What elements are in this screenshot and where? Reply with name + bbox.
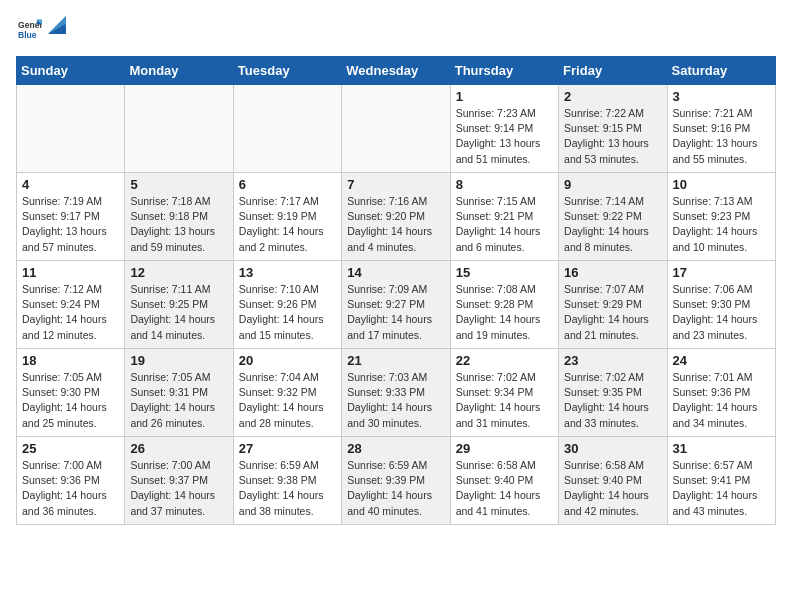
calendar-cell: 25Sunrise: 7:00 AM Sunset: 9:36 PM Dayli… [17, 437, 125, 525]
day-number: 4 [22, 177, 119, 192]
day-number: 31 [673, 441, 770, 456]
day-info: Sunrise: 7:09 AM Sunset: 9:27 PM Dayligh… [347, 282, 444, 343]
calendar-week-row: 1Sunrise: 7:23 AM Sunset: 9:14 PM Daylig… [17, 85, 776, 173]
day-number: 5 [130, 177, 227, 192]
calendar-cell: 17Sunrise: 7:06 AM Sunset: 9:30 PM Dayli… [667, 261, 775, 349]
calendar-week-row: 18Sunrise: 7:05 AM Sunset: 9:30 PM Dayli… [17, 349, 776, 437]
day-info: Sunrise: 7:02 AM Sunset: 9:34 PM Dayligh… [456, 370, 553, 431]
day-info: Sunrise: 7:05 AM Sunset: 9:30 PM Dayligh… [22, 370, 119, 431]
logo-triangle-icon [48, 16, 66, 34]
calendar-cell [233, 85, 341, 173]
day-info: Sunrise: 6:58 AM Sunset: 9:40 PM Dayligh… [456, 458, 553, 519]
calendar-cell: 12Sunrise: 7:11 AM Sunset: 9:25 PM Dayli… [125, 261, 233, 349]
calendar-cell: 3Sunrise: 7:21 AM Sunset: 9:16 PM Daylig… [667, 85, 775, 173]
calendar-cell: 7Sunrise: 7:16 AM Sunset: 9:20 PM Daylig… [342, 173, 450, 261]
day-number: 30 [564, 441, 661, 456]
weekday-header-wednesday: Wednesday [342, 57, 450, 85]
calendar-week-row: 25Sunrise: 7:00 AM Sunset: 9:36 PM Dayli… [17, 437, 776, 525]
day-number: 8 [456, 177, 553, 192]
calendar-table: SundayMondayTuesdayWednesdayThursdayFrid… [16, 56, 776, 525]
day-info: Sunrise: 7:05 AM Sunset: 9:31 PM Dayligh… [130, 370, 227, 431]
logo: General Blue [16, 16, 66, 44]
calendar-cell [342, 85, 450, 173]
calendar-week-row: 4Sunrise: 7:19 AM Sunset: 9:17 PM Daylig… [17, 173, 776, 261]
day-number: 25 [22, 441, 119, 456]
day-info: Sunrise: 7:07 AM Sunset: 9:29 PM Dayligh… [564, 282, 661, 343]
weekday-header-row: SundayMondayTuesdayWednesdayThursdayFrid… [17, 57, 776, 85]
calendar-cell: 5Sunrise: 7:18 AM Sunset: 9:18 PM Daylig… [125, 173, 233, 261]
day-info: Sunrise: 7:02 AM Sunset: 9:35 PM Dayligh… [564, 370, 661, 431]
calendar-cell: 4Sunrise: 7:19 AM Sunset: 9:17 PM Daylig… [17, 173, 125, 261]
day-info: Sunrise: 7:00 AM Sunset: 9:36 PM Dayligh… [22, 458, 119, 519]
day-number: 7 [347, 177, 444, 192]
day-number: 10 [673, 177, 770, 192]
day-number: 19 [130, 353, 227, 368]
day-info: Sunrise: 7:15 AM Sunset: 9:21 PM Dayligh… [456, 194, 553, 255]
day-number: 14 [347, 265, 444, 280]
day-number: 11 [22, 265, 119, 280]
day-number: 16 [564, 265, 661, 280]
calendar-cell: 15Sunrise: 7:08 AM Sunset: 9:28 PM Dayli… [450, 261, 558, 349]
day-info: Sunrise: 7:00 AM Sunset: 9:37 PM Dayligh… [130, 458, 227, 519]
calendar-cell: 1Sunrise: 7:23 AM Sunset: 9:14 PM Daylig… [450, 85, 558, 173]
day-number: 27 [239, 441, 336, 456]
day-info: Sunrise: 7:16 AM Sunset: 9:20 PM Dayligh… [347, 194, 444, 255]
day-number: 6 [239, 177, 336, 192]
calendar-cell: 9Sunrise: 7:14 AM Sunset: 9:22 PM Daylig… [559, 173, 667, 261]
calendar-cell: 11Sunrise: 7:12 AM Sunset: 9:24 PM Dayli… [17, 261, 125, 349]
day-number: 26 [130, 441, 227, 456]
day-number: 1 [456, 89, 553, 104]
calendar-cell: 23Sunrise: 7:02 AM Sunset: 9:35 PM Dayli… [559, 349, 667, 437]
day-info: Sunrise: 7:03 AM Sunset: 9:33 PM Dayligh… [347, 370, 444, 431]
calendar-cell: 22Sunrise: 7:02 AM Sunset: 9:34 PM Dayli… [450, 349, 558, 437]
day-number: 12 [130, 265, 227, 280]
day-info: Sunrise: 7:06 AM Sunset: 9:30 PM Dayligh… [673, 282, 770, 343]
day-number: 29 [456, 441, 553, 456]
day-info: Sunrise: 7:23 AM Sunset: 9:14 PM Dayligh… [456, 106, 553, 167]
day-info: Sunrise: 7:08 AM Sunset: 9:28 PM Dayligh… [456, 282, 553, 343]
calendar-cell: 13Sunrise: 7:10 AM Sunset: 9:26 PM Dayli… [233, 261, 341, 349]
day-info: Sunrise: 6:57 AM Sunset: 9:41 PM Dayligh… [673, 458, 770, 519]
day-number: 17 [673, 265, 770, 280]
calendar-cell: 18Sunrise: 7:05 AM Sunset: 9:30 PM Dayli… [17, 349, 125, 437]
day-info: Sunrise: 7:17 AM Sunset: 9:19 PM Dayligh… [239, 194, 336, 255]
day-info: Sunrise: 7:10 AM Sunset: 9:26 PM Dayligh… [239, 282, 336, 343]
svg-text:Blue: Blue [18, 30, 37, 40]
day-number: 3 [673, 89, 770, 104]
weekday-header-sunday: Sunday [17, 57, 125, 85]
calendar-cell: 10Sunrise: 7:13 AM Sunset: 9:23 PM Dayli… [667, 173, 775, 261]
calendar-cell: 29Sunrise: 6:58 AM Sunset: 9:40 PM Dayli… [450, 437, 558, 525]
calendar-cell: 16Sunrise: 7:07 AM Sunset: 9:29 PM Dayli… [559, 261, 667, 349]
day-info: Sunrise: 7:19 AM Sunset: 9:17 PM Dayligh… [22, 194, 119, 255]
day-info: Sunrise: 7:12 AM Sunset: 9:24 PM Dayligh… [22, 282, 119, 343]
day-info: Sunrise: 7:13 AM Sunset: 9:23 PM Dayligh… [673, 194, 770, 255]
calendar-cell: 30Sunrise: 6:58 AM Sunset: 9:40 PM Dayli… [559, 437, 667, 525]
weekday-header-saturday: Saturday [667, 57, 775, 85]
day-info: Sunrise: 7:21 AM Sunset: 9:16 PM Dayligh… [673, 106, 770, 167]
calendar-cell: 20Sunrise: 7:04 AM Sunset: 9:32 PM Dayli… [233, 349, 341, 437]
day-number: 22 [456, 353, 553, 368]
calendar-cell: 28Sunrise: 6:59 AM Sunset: 9:39 PM Dayli… [342, 437, 450, 525]
calendar-cell [17, 85, 125, 173]
day-info: Sunrise: 7:01 AM Sunset: 9:36 PM Dayligh… [673, 370, 770, 431]
calendar-cell: 26Sunrise: 7:00 AM Sunset: 9:37 PM Dayli… [125, 437, 233, 525]
day-number: 23 [564, 353, 661, 368]
day-info: Sunrise: 6:59 AM Sunset: 9:38 PM Dayligh… [239, 458, 336, 519]
day-info: Sunrise: 6:58 AM Sunset: 9:40 PM Dayligh… [564, 458, 661, 519]
calendar-week-row: 11Sunrise: 7:12 AM Sunset: 9:24 PM Dayli… [17, 261, 776, 349]
calendar-cell: 19Sunrise: 7:05 AM Sunset: 9:31 PM Dayli… [125, 349, 233, 437]
calendar-cell: 14Sunrise: 7:09 AM Sunset: 9:27 PM Dayli… [342, 261, 450, 349]
weekday-header-monday: Monday [125, 57, 233, 85]
day-number: 20 [239, 353, 336, 368]
calendar-cell: 6Sunrise: 7:17 AM Sunset: 9:19 PM Daylig… [233, 173, 341, 261]
calendar-cell: 24Sunrise: 7:01 AM Sunset: 9:36 PM Dayli… [667, 349, 775, 437]
day-info: Sunrise: 7:22 AM Sunset: 9:15 PM Dayligh… [564, 106, 661, 167]
calendar-cell: 31Sunrise: 6:57 AM Sunset: 9:41 PM Dayli… [667, 437, 775, 525]
calendar-cell: 21Sunrise: 7:03 AM Sunset: 9:33 PM Dayli… [342, 349, 450, 437]
calendar-cell: 8Sunrise: 7:15 AM Sunset: 9:21 PM Daylig… [450, 173, 558, 261]
calendar-cell [125, 85, 233, 173]
day-number: 18 [22, 353, 119, 368]
day-number: 21 [347, 353, 444, 368]
day-number: 28 [347, 441, 444, 456]
day-number: 24 [673, 353, 770, 368]
